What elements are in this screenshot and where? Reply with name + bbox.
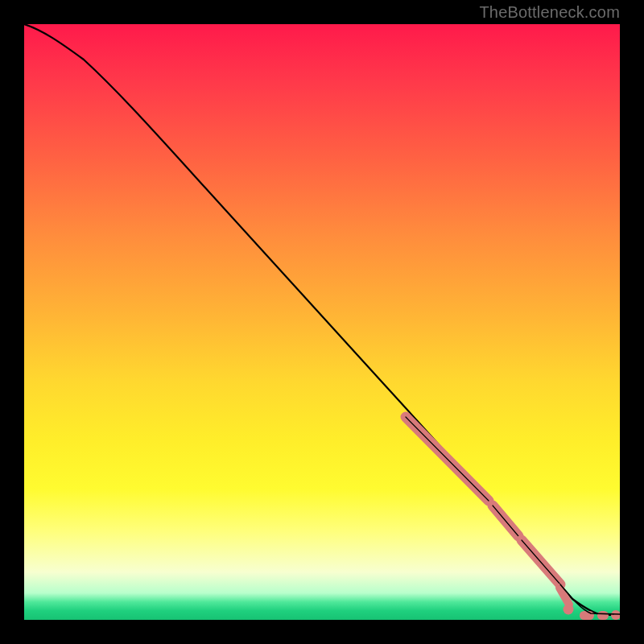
plot-gradient-background: [24, 24, 620, 620]
chart-frame: TheBottleneck.com: [0, 0, 644, 644]
plot-area: [24, 24, 620, 620]
watermark-text: TheBottleneck.com: [479, 3, 620, 22]
